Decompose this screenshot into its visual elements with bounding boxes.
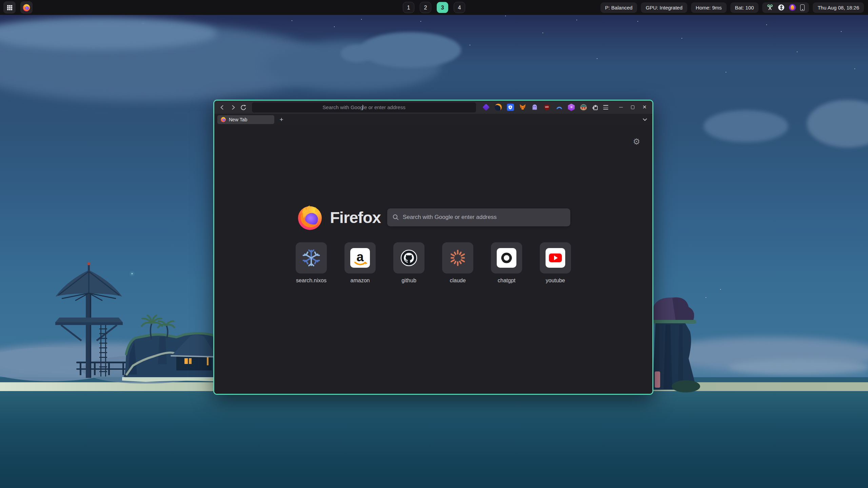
hex-asterisk-extension-button[interactable]: ✳ <box>567 103 576 112</box>
cloud <box>359 32 461 68</box>
shortcut-label: chatgpt <box>498 278 515 284</box>
minimize-icon <box>619 107 623 108</box>
bitwarden-icon <box>507 104 514 111</box>
extensions-puzzle-icon <box>592 104 599 111</box>
gpu-pill: GPU: Integrated <box>641 2 687 13</box>
metamask-icon <box>519 103 527 111</box>
forward-button[interactable] <box>228 103 237 112</box>
dark-reader-icon <box>495 104 502 111</box>
bluetooth-icon[interactable] <box>778 4 785 11</box>
url-bar-placeholder: Search with Google or enter address <box>322 104 405 110</box>
new-tab-icon: + <box>279 116 283 123</box>
firefox-icon <box>22 3 31 12</box>
forward-icon <box>230 104 236 111</box>
claude-starburst-icon <box>448 248 467 267</box>
firefox-logo <box>296 204 323 231</box>
latency-pill: Home: 9ms <box>691 2 727 13</box>
island-watchtower-art <box>0 252 237 398</box>
workspace-2-button[interactable]: 2 <box>420 2 431 13</box>
cloud <box>341 45 373 62</box>
metamask-extension-button[interactable] <box>518 103 527 112</box>
purple-gem-extension-button[interactable] <box>481 103 490 112</box>
reload-icon <box>240 104 247 111</box>
workspace-4-button[interactable]: 4 <box>454 2 465 13</box>
shortcut-amazon[interactable]: a amazon <box>344 242 376 284</box>
shortcut-claude[interactable]: claude <box>442 242 473 284</box>
phone-icon[interactable] <box>800 4 805 11</box>
window-controls: ✕ <box>616 103 649 112</box>
back-button[interactable] <box>218 103 227 112</box>
scissors-icon[interactable] <box>767 4 773 11</box>
nav-toolbar: Search with Google or enter address <box>214 101 652 114</box>
workspace-3-button-active[interactable]: 3 <box>437 2 448 13</box>
topbar-left <box>0 1 33 14</box>
spy-mask-icon <box>580 104 587 111</box>
app-menu-button[interactable] <box>601 103 610 112</box>
new-tab-page: ⚙ Firefox <box>214 125 652 394</box>
url-bar[interactable]: Search with Google or enter address <box>252 102 476 113</box>
bitwarden-extension-button[interactable] <box>506 103 515 112</box>
workspace-switcher: 1 2 3 4 <box>403 2 465 13</box>
power-profile-pill: P: Balanced <box>600 2 637 13</box>
openai-icon <box>497 248 516 268</box>
maximize-button[interactable] <box>628 103 637 112</box>
topbar-status: P: Balanced GPU: Integrated Home: 9ms Ba… <box>600 2 868 13</box>
flame-icon[interactable] <box>789 4 796 11</box>
list-all-tabs-button[interactable] <box>640 116 649 124</box>
battery-pill: Bat: 100 <box>730 2 759 13</box>
shortcut-chatgpt[interactable]: chatgpt <box>491 242 522 284</box>
shortcut-github[interactable]: github <box>393 242 425 284</box>
cliff-art <box>645 291 720 392</box>
spy-mask-extension-button[interactable] <box>579 103 588 112</box>
shortcut-label: youtube <box>546 278 565 284</box>
hamburger-menu-icon <box>603 105 608 109</box>
shortcut-tiles: search.nixos a amazon <box>214 242 652 284</box>
svg-text:UO: UO <box>545 106 549 108</box>
firefox-launcher-button[interactable] <box>20 1 33 14</box>
firefox-window: Search with Google or enter address <box>213 100 653 395</box>
workspace-1-button[interactable]: 1 <box>403 2 414 13</box>
tab-new-tab[interactable]: New Tab <box>217 115 274 124</box>
hex-asterisk-icon: ✳ <box>568 104 575 111</box>
ublock-origin-extension-button[interactable]: UO <box>542 103 551 112</box>
vpn-arc-icon <box>555 103 563 111</box>
search-icon <box>392 214 399 221</box>
maximize-icon <box>631 105 635 109</box>
dark-reader-extension-button[interactable] <box>494 103 502 112</box>
text-caret <box>362 105 363 110</box>
nixos-snowflake-icon <box>302 248 321 267</box>
firefox-wordmark: Firefox <box>330 208 381 227</box>
extension-buttons: UO ✳ <box>480 103 589 112</box>
minimize-button[interactable] <box>616 103 625 112</box>
shortcut-label: search.nixos <box>296 278 327 284</box>
vpn-extension-button[interactable] <box>555 103 564 112</box>
firefox-favicon <box>220 117 226 122</box>
cloud <box>704 110 788 142</box>
close-button[interactable]: ✕ <box>640 103 649 112</box>
close-icon: ✕ <box>643 105 647 110</box>
shortcut-label: amazon <box>351 278 370 284</box>
shortcut-label: github <box>401 278 416 284</box>
newtab-search[interactable] <box>387 208 570 226</box>
tab-label: New Tab <box>229 117 247 122</box>
ghostery-extension-button[interactable] <box>530 103 539 112</box>
app-launcher-button[interactable] <box>3 1 16 14</box>
shortcut-label: claude <box>450 278 466 284</box>
ublock-origin-icon: UO <box>543 104 551 111</box>
shortcut-youtube[interactable]: youtube <box>540 242 571 284</box>
svg-text:a: a <box>356 250 364 264</box>
youtube-icon <box>546 248 565 268</box>
apps-grid-icon <box>6 4 13 11</box>
search-input[interactable] <box>403 214 565 221</box>
shortcut-search-nixos[interactable]: search.nixos <box>296 242 327 284</box>
new-tab-button[interactable]: + <box>277 116 285 124</box>
ghostery-icon <box>531 104 538 111</box>
gear-icon[interactable]: ⚙ <box>633 138 640 146</box>
github-icon <box>399 248 418 267</box>
back-icon <box>219 104 226 111</box>
amazon-icon: a <box>350 248 370 268</box>
extensions-button[interactable] <box>591 103 600 112</box>
topbar: 1 2 3 4 P: Balanced GPU: Integrated Home… <box>0 0 868 15</box>
purple-gem-icon <box>482 104 489 111</box>
reload-button[interactable] <box>239 103 248 112</box>
